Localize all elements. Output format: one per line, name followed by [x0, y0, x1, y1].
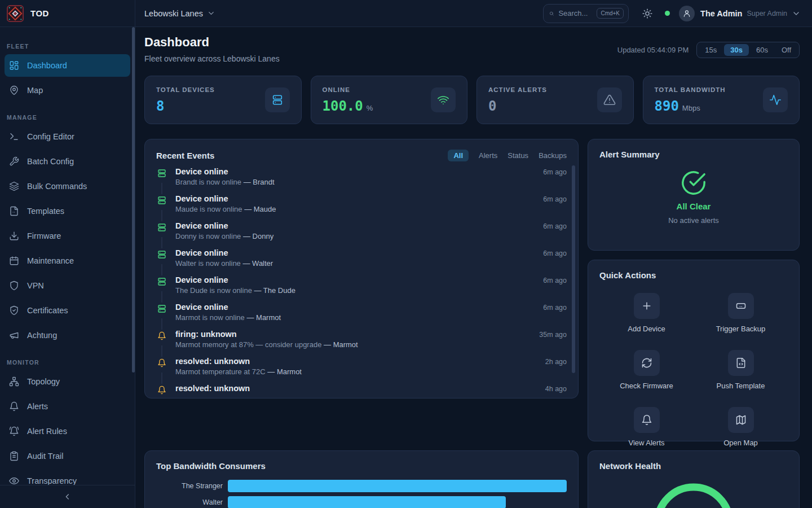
sidebar-item-achtung[interactable]: Achtung — [5, 324, 130, 347]
shield-check-icon — [9, 305, 19, 316]
stat-label: ONLINE — [323, 86, 373, 93]
sidebar-section-monitor: MONITOR — [5, 349, 130, 370]
interval-off-button[interactable]: Off — [775, 44, 797, 56]
sidebar-item-label: VPN — [27, 281, 44, 290]
events-scrollbar[interactable] — [572, 165, 575, 373]
event-device: — Brandt — [244, 178, 275, 186]
sidebar-item-map[interactable]: Map — [5, 79, 130, 102]
bandwidth-device-label: Walter — [156, 498, 223, 506]
health-gauge: 100 — [651, 481, 736, 508]
fleet-selector[interactable]: Lebowski Lanes — [144, 9, 215, 18]
trigger-backup-button[interactable]: Trigger Backup — [694, 293, 788, 333]
sidebar-item-templates[interactable]: Templates — [5, 200, 130, 222]
sun-icon — [642, 8, 652, 19]
recent-events-tabs: All Alerts Status Backups — [448, 150, 567, 161]
avatar[interactable] — [679, 6, 695, 21]
event-row[interactable]: Device online6m ago Donny is now online … — [156, 221, 567, 248]
theme-toggle-button[interactable] — [642, 8, 652, 19]
add-device-button[interactable]: Add Device — [599, 293, 694, 333]
updated-timestamp: Updated 05:44:09 PM — [617, 46, 689, 54]
sidebar-scroll-area: FLEET Dashboard Map MANAGE Config Editor… — [0, 27, 135, 485]
sidebar-item-label: Batch Config — [27, 157, 74, 166]
quick-action-label: View Alerts — [628, 439, 664, 447]
wrench-icon — [9, 156, 19, 167]
event-title: Device online — [175, 167, 228, 176]
server-icon — [271, 94, 284, 106]
sidebar-item-transparency[interactable]: Transparency — [5, 470, 130, 485]
interval-15s-button[interactable]: 15s — [699, 44, 723, 56]
sidebar-item-batch-config[interactable]: Batch Config — [5, 150, 130, 173]
sidebar-item-certificates[interactable]: Certificates — [5, 299, 130, 322]
event-title: resolved: unknown — [175, 384, 250, 393]
sidebar-item-topology[interactable]: Topology — [5, 370, 130, 393]
bandwidth-row: The Stranger — [156, 480, 567, 492]
search-box[interactable]: Cmd+K — [543, 4, 629, 23]
event-device: — Marmot — [246, 313, 281, 322]
bandwidth-bar — [228, 496, 506, 508]
open-map-button[interactable]: Open Map — [694, 407, 788, 447]
eye-icon — [9, 476, 19, 485]
event-text: Brandt is now online — [175, 178, 241, 186]
sidebar-item-label: Audit Trail — [27, 452, 63, 461]
quick-action-label: Add Device — [628, 325, 665, 333]
event-text: Maude is now online — [175, 205, 242, 213]
person-icon — [682, 9, 691, 18]
sidebar-scrollbar[interactable] — [132, 27, 135, 373]
brand-area: TOD — [0, 0, 135, 27]
bell-icon — [157, 331, 166, 340]
sidebar-item-dashboard[interactable]: Dashboard — [5, 54, 130, 77]
bandwidth-chart: The Stranger Walter — [156, 480, 567, 508]
tod-logo-icon — [7, 5, 24, 22]
bell-ring-icon — [9, 426, 19, 436]
event-row[interactable]: Device online6m ago Maude is now online … — [156, 194, 567, 221]
sidebar-item-audit-trail[interactable]: Audit Trail — [5, 445, 130, 467]
event-time: 6m ago — [543, 249, 567, 257]
event-row[interactable]: resolved: unknown2h ago Marmot temperatu… — [156, 357, 567, 384]
event-time: 6m ago — [543, 168, 567, 176]
sidebar-item-alerts[interactable]: Alerts — [5, 395, 130, 418]
tab-alerts[interactable]: Alerts — [479, 151, 497, 160]
search-shortcut-badge: Cmd+K — [597, 8, 624, 19]
sidebar-item-vpn[interactable]: VPN — [5, 274, 130, 297]
view-alerts-button[interactable]: View Alerts — [599, 407, 694, 447]
tab-status[interactable]: Status — [508, 151, 528, 160]
sidebar-item-label: Dashboard — [27, 61, 67, 70]
check-firmware-button[interactable]: Check Firmware — [599, 350, 694, 390]
search-input[interactable] — [558, 9, 592, 17]
sidebar-item-bulk-commands[interactable]: Bulk Commands — [5, 175, 130, 198]
event-row[interactable]: resolved: unknown4h ago — [156, 384, 567, 398]
sidebar-item-firmware[interactable]: Firmware — [5, 225, 130, 247]
user-role: Super Admin — [747, 10, 787, 17]
alert-summary-title: Alert Summary — [599, 150, 660, 159]
sidebar-item-label: Map — [27, 86, 43, 95]
chevron-down-icon — [207, 9, 215, 17]
bandwidth-bar — [228, 480, 567, 492]
sidebar-item-config-editor[interactable]: Config Editor — [5, 125, 130, 148]
event-time: 4h ago — [545, 385, 567, 393]
interval-60s-button[interactable]: 60s — [750, 44, 774, 56]
tab-all[interactable]: All — [448, 150, 469, 161]
user-menu-chevron-icon[interactable] — [792, 9, 801, 18]
event-time: 35m ago — [539, 331, 567, 339]
tab-backups[interactable]: Backups — [539, 151, 567, 160]
bandwidth-row: Walter — [156, 496, 567, 508]
event-row[interactable]: Device online6m ago Brandt is now online… — [156, 167, 567, 194]
sidebar-collapse-button[interactable] — [0, 485, 135, 508]
interval-30s-button[interactable]: 30s — [724, 44, 749, 56]
event-text: Donny is now online — [175, 232, 241, 240]
alert-status-text: All Clear — [677, 202, 711, 211]
event-row[interactable]: Device online6m ago Marmot is now online… — [156, 303, 567, 330]
backup-drive-icon — [735, 300, 747, 312]
push-template-button[interactable]: Push Template — [694, 350, 788, 390]
sidebar-item-label: Topology — [27, 377, 60, 386]
server-icon — [157, 169, 166, 178]
sidebar-item-alert-rules[interactable]: Alert Rules — [5, 420, 130, 443]
quick-action-label: Trigger Backup — [716, 325, 766, 333]
sidebar-item-maintenance[interactable]: Maintenance — [5, 249, 130, 272]
bell-icon — [641, 414, 652, 426]
event-row[interactable]: firing: unknown35m ago Marmot memory at … — [156, 330, 567, 357]
map-icon — [735, 414, 747, 426]
event-row[interactable]: Device online6m ago Walter is now online… — [156, 248, 567, 275]
event-title: resolved: unknown — [175, 357, 250, 366]
event-row[interactable]: Device online6m ago The Dude is now onli… — [156, 275, 567, 303]
